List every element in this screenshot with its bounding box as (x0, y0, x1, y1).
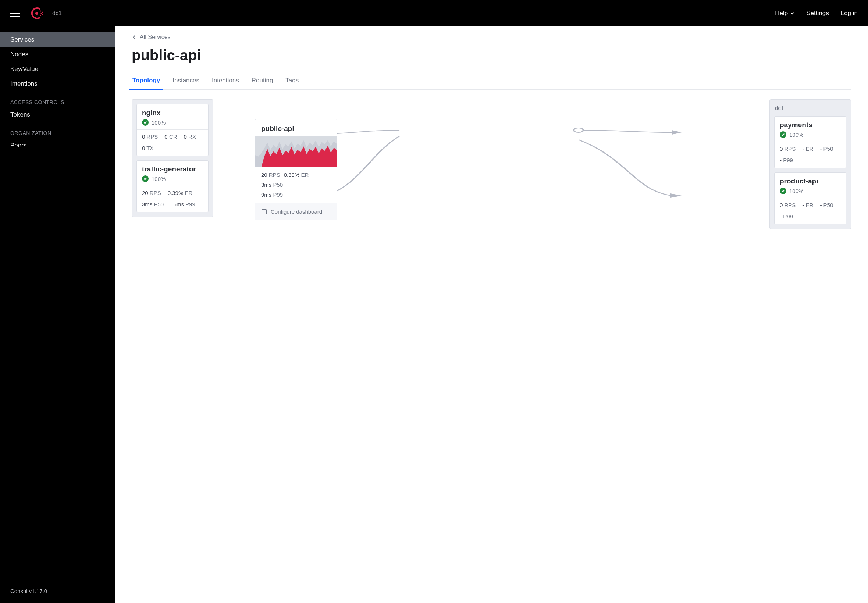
sidebar-item-tokens[interactable]: Tokens (0, 107, 115, 122)
metrics: 20 RPS 0.39% ER 3ms P50 15ms P99 (137, 186, 208, 212)
topology-graph: nginx 100% 0 RPS 0 CR 0 RX 0 TX (132, 99, 851, 254)
tab-routing[interactable]: Routing (251, 73, 274, 89)
breadcrumb-label: All Services (140, 34, 171, 40)
traffic-chart (255, 136, 337, 167)
svg-point-1 (40, 10, 41, 11)
version-label: Consul v1.17.0 (0, 581, 115, 603)
sidebar-item-keyvalue[interactable]: Key/Value (0, 62, 115, 76)
health-check-icon (142, 119, 149, 126)
tab-instances[interactable]: Instances (172, 73, 200, 89)
menu-icon[interactable] (10, 9, 20, 17)
svg-point-3 (42, 12, 43, 13)
service-card-payments[interactable]: payments 100% 0 RPS - ER - P50 - P99 (774, 116, 846, 168)
health-percent: 100% (152, 119, 166, 126)
sidebar-item-services[interactable]: Services (0, 32, 115, 47)
svg-point-2 (40, 12, 42, 14)
health-percent: 100% (789, 188, 803, 194)
service-name: product-api (780, 177, 841, 185)
page-title: public-api (132, 47, 851, 63)
service-card-nginx[interactable]: nginx 100% 0 RPS 0 CR 0 RX 0 TX (136, 104, 209, 156)
svg-marker-8 (672, 130, 682, 135)
sidebar-item-peers[interactable]: Peers (0, 138, 115, 153)
health-percent: 100% (789, 131, 803, 138)
configure-dashboard-button[interactable]: Configure dashboard (255, 203, 337, 220)
settings-link[interactable]: Settings (806, 9, 829, 17)
help-menu[interactable]: Help (775, 9, 794, 17)
svg-point-5 (40, 15, 41, 16)
svg-point-0 (35, 12, 38, 15)
configure-label: Configure dashboard (271, 209, 322, 215)
tab-intentions[interactable]: Intentions (211, 73, 240, 89)
sidebar: Services Nodes Key/Value Intentions ACCE… (0, 26, 115, 603)
main-content: All Services public-api Topology Instanc… (115, 26, 868, 603)
service-name: public-api (255, 119, 337, 136)
sidebar-item-intentions[interactable]: Intentions (0, 76, 115, 91)
service-name: nginx (142, 109, 203, 117)
connector-lines (132, 99, 851, 254)
svg-rect-11 (262, 210, 266, 214)
service-card-product-api[interactable]: product-api 100% 0 RPS - ER - P50 - P99 (774, 172, 846, 224)
sidebar-item-nodes[interactable]: Nodes (0, 47, 115, 62)
service-card-public-api[interactable]: public-api 20 RPS 0.39% ER 3ms P50 9ms P… (255, 119, 337, 220)
svg-point-4 (42, 14, 43, 15)
svg-point-10 (574, 128, 583, 132)
top-header: dc1 Help Settings Log in (0, 0, 868, 26)
breadcrumb[interactable]: All Services (132, 34, 851, 40)
tab-topology[interactable]: Topology (132, 73, 161, 89)
health-check-icon (780, 131, 786, 138)
health-percent: 100% (152, 176, 166, 182)
metrics: 0 RPS 0 CR 0 RX 0 TX (137, 130, 208, 156)
dashboard-icon (261, 209, 267, 215)
chevron-left-icon (132, 34, 137, 40)
datacenter-tag: dc1 (774, 104, 846, 112)
upstreams-column: nginx 100% 0 RPS 0 CR 0 RX 0 TX (132, 99, 214, 217)
datacenter-label[interactable]: dc1 (52, 10, 62, 17)
service-name: payments (780, 121, 841, 129)
service-name: traffic-generator (142, 165, 203, 173)
metrics: 0 RPS - ER - P50 - P99 (775, 198, 846, 224)
login-link[interactable]: Log in (841, 9, 858, 17)
tab-bar: Topology Instances Intentions Routing Ta… (132, 73, 851, 90)
svg-marker-9 (670, 193, 682, 198)
metrics: 0 RPS - ER - P50 - P99 (775, 142, 846, 168)
sidebar-section-access-controls: ACCESS CONTROLS (0, 91, 115, 107)
consul-logo-icon (30, 7, 43, 20)
tab-tags[interactable]: Tags (285, 73, 299, 89)
sidebar-section-organization: ORGANIZATION (0, 122, 115, 138)
metrics: 20 RPS 0.39% ER 3ms P50 9ms P99 (255, 167, 337, 203)
chevron-down-icon (790, 11, 794, 15)
health-check-icon (780, 187, 786, 194)
help-label: Help (775, 9, 788, 17)
health-check-icon (142, 175, 149, 182)
service-card-traffic-generator[interactable]: traffic-generator 100% 20 RPS 0.39% ER 3… (136, 160, 209, 212)
downstreams-column: dc1 payments 100% 0 RPS - ER - P50 (769, 99, 851, 229)
